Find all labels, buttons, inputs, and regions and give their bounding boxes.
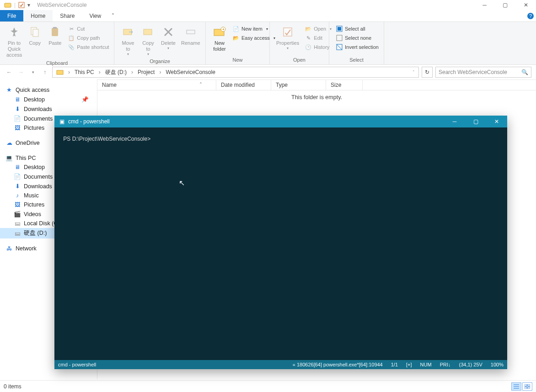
folder-icon	[54, 69, 65, 75]
terminal-sb-left: cmd - powershell	[58, 362, 96, 367]
terminal-body[interactable]: PS D:\Project\WebServiceConsole> ↖	[54, 127, 507, 360]
up-button[interactable]: ↑	[40, 69, 49, 75]
pin-icon	[7, 25, 21, 39]
group-label-open: Open	[270, 56, 329, 64]
copy-to-button[interactable]: Copy to▾	[138, 24, 158, 58]
search-icon: 🔍	[521, 69, 528, 75]
breadcrumb-current[interactable]: WebServiceConsole	[164, 69, 217, 75]
pictures-icon: 🖼	[14, 201, 21, 208]
terminal-close-button[interactable]: ✕	[486, 116, 507, 127]
recent-locations-button[interactable]: ▾	[28, 70, 38, 74]
breadcrumb-sep[interactable]: ›	[66, 69, 72, 75]
delete-icon	[161, 25, 176, 39]
minimize-button[interactable]: ─	[474, 0, 495, 10]
sidebar-item-desktop[interactable]: 🖥Desktop📌	[0, 95, 97, 104]
properties-button[interactable]: Properties▾	[273, 24, 302, 52]
documents-icon: 📄	[14, 115, 21, 122]
copy-path-button[interactable]: 📋Copy path	[67, 34, 110, 42]
maximize-button[interactable]: ▢	[495, 0, 515, 10]
breadcrumb-drive[interactable]: 硬盘 (D:)	[103, 69, 129, 76]
new-folder-icon: ✦	[212, 25, 227, 39]
terminal-title: cmd - powershell	[68, 118, 110, 125]
invert-selection-icon	[336, 43, 343, 51]
open-icon: 📂	[305, 25, 312, 32]
svg-rect-1	[19, 2, 24, 8]
select-all-button[interactable]: Select all	[335, 25, 380, 33]
window-title: WebServiceConsole	[37, 2, 87, 8]
new-item-icon: 📄	[232, 25, 240, 32]
tab-share[interactable]: Share	[53, 10, 82, 21]
cut-button[interactable]: ✂Cut	[67, 25, 110, 33]
qat-dropdown-icon[interactable]: ▾	[27, 2, 30, 8]
downloads-icon: ⬇	[14, 106, 21, 112]
tab-file[interactable]: File	[0, 10, 23, 21]
explorer-titlebar: | ▾ WebServiceConsole ─ ▢ ✕	[0, 0, 536, 10]
new-folder-button[interactable]: ✦New folder	[209, 24, 230, 53]
ribbon-tabs: File Home Share View ˄ ?	[0, 10, 536, 22]
view-details-button[interactable]	[511, 382, 521, 391]
copy-button[interactable]: Copy	[25, 24, 45, 47]
status-item-count: 0 items	[4, 383, 21, 390]
svg-rect-0	[5, 3, 11, 7]
terminal-sb-num: NUM	[420, 362, 432, 367]
music-icon: ♪	[14, 192, 21, 199]
invert-selection-button[interactable]: Invert selection	[335, 43, 380, 51]
terminal-maximize-button[interactable]: ▢	[465, 116, 486, 127]
terminal-minimize-button[interactable]: ─	[444, 116, 465, 127]
group-label-new: New	[206, 56, 269, 64]
view-large-icons-button[interactable]	[522, 382, 532, 391]
breadcrumb-project[interactable]: Project	[136, 69, 156, 75]
terminal-sb-zoom: 100%	[491, 362, 504, 367]
svg-rect-5	[33, 29, 38, 37]
terminal-sb-plus: [+]	[406, 362, 412, 367]
terminal-titlebar[interactable]: ▣ cmd - powershell ─ ▢ ✕	[54, 116, 507, 127]
sidebar-item-downloads[interactable]: ⬇Downloads	[0, 104, 97, 114]
search-box[interactable]: Search WebServiceConsole 🔍	[435, 67, 531, 78]
group-label-organize: Organize	[114, 58, 205, 66]
close-button[interactable]: ✕	[515, 0, 536, 10]
rename-icon	[183, 25, 198, 39]
delete-button[interactable]: Delete▾	[158, 24, 178, 52]
sidebar-quick-access[interactable]: ★Quick access	[0, 85, 97, 95]
folder-icon	[4, 1, 11, 9]
terminal-sb-pos: (34,1) 25V	[459, 362, 482, 367]
select-all-icon	[336, 25, 343, 32]
videos-icon: 🎬	[14, 211, 21, 217]
ribbon: Pin to Quick access Copy Paste ✂Cut 📋Cop…	[0, 22, 536, 65]
svg-rect-16	[338, 27, 341, 31]
paste-button[interactable]: Paste	[45, 24, 65, 47]
tab-home[interactable]: Home	[23, 10, 53, 21]
address-dropdown-icon[interactable]: ˅	[411, 70, 417, 74]
help-icon[interactable]: ?	[525, 10, 536, 21]
qat-properties-icon[interactable]	[18, 2, 25, 8]
select-none-button[interactable]: Select none	[335, 34, 380, 42]
breadcrumb-thispc[interactable]: This PC	[73, 69, 96, 75]
desktop-icon: 🖥	[14, 164, 21, 170]
forward-button[interactable]: →	[16, 69, 26, 75]
documents-icon: 📄	[14, 173, 21, 180]
move-to-button[interactable]: Move to▾	[118, 24, 138, 58]
group-label-clipboard: Clipboard	[0, 59, 114, 68]
pin-icon: 📌	[81, 96, 92, 103]
svg-rect-20	[525, 384, 527, 386]
paste-shortcut-button[interactable]: 📎Paste shortcut	[67, 43, 110, 51]
history-button[interactable]: 🕑History	[304, 43, 332, 51]
tab-view[interactable]: View	[82, 10, 108, 21]
pictures-icon: 🖼	[14, 125, 21, 131]
pin-to-quick-access-button[interactable]: Pin to Quick access	[4, 24, 25, 59]
paste-icon	[48, 25, 62, 39]
open-button[interactable]: 📂Open▾	[304, 25, 332, 33]
terminal-sb-proc: « 180626[64] powershell.exe*[64]:10944	[293, 362, 383, 367]
status-bar: 0 items	[0, 380, 536, 392]
svg-rect-21	[528, 384, 530, 386]
svg-rect-9	[144, 29, 152, 35]
pc-icon: 💻	[5, 154, 13, 161]
downloads-icon: ⬇	[14, 183, 21, 190]
edit-button[interactable]: ✎Edit	[304, 34, 332, 42]
refresh-button[interactable]: ↻	[422, 67, 433, 78]
back-button[interactable]: ←	[5, 69, 14, 75]
ribbon-collapse-icon[interactable]: ˄	[108, 10, 118, 21]
svg-rect-10	[187, 30, 195, 34]
address-bar[interactable]: › This PC › 硬盘 (D:) › Project › WebServi…	[52, 67, 419, 78]
rename-button[interactable]: Rename	[178, 24, 203, 47]
